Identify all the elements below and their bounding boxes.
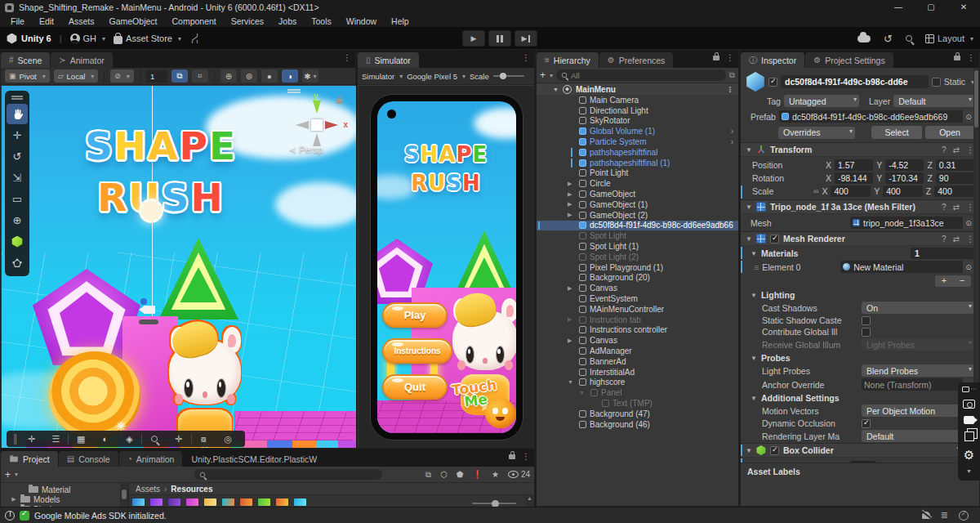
favorites-icon[interactable]: ★	[492, 470, 499, 479]
tab-animation[interactable]: ◔Animation	[119, 451, 183, 467]
maximize-button[interactable]: ▢	[915, 0, 947, 15]
tab-console[interactable]: ▤Console	[59, 451, 118, 467]
hierarchy-item[interactable]: ▼highscore	[537, 378, 738, 388]
hierarchy-item[interactable]: Spot Light	[537, 230, 738, 241]
asset-thumbnail[interactable]	[168, 498, 180, 506]
quit-game-button[interactable]: Quit	[382, 374, 448, 400]
hierarchy-item[interactable]: ▶GameObject	[537, 189, 738, 199]
close-button[interactable]: ✕	[947, 0, 980, 15]
hierarchy-item[interactable]: Directional Light	[537, 105, 738, 116]
link-scale-icon[interactable]: ∞	[813, 187, 818, 195]
move-tool[interactable]: ✛	[7, 125, 28, 145]
hierarchy-item[interactable]: SkyRotator	[537, 116, 738, 127]
lock-icon[interactable]	[336, 99, 343, 104]
static-checkbox[interactable]	[932, 78, 941, 87]
hierarchy-item[interactable]: InterstitialAd	[537, 367, 738, 378]
static-shadow-checkbox[interactable]	[862, 316, 871, 325]
materials-foldout[interactable]: Materials	[761, 248, 799, 258]
create-asset-button[interactable]: +▾	[5, 469, 18, 481]
position-y-field[interactable]: -4.52	[885, 159, 924, 171]
hierarchy-item[interactable]: EventSystem	[537, 293, 738, 304]
alert-icon[interactable]: ❗	[472, 470, 482, 479]
axis-y-cone[interactable]	[313, 101, 321, 114]
folder-item[interactable]: ▶Models	[1, 494, 120, 504]
snap-increment-field[interactable]: 1	[146, 70, 167, 83]
menu-services[interactable]: Services	[224, 15, 271, 28]
scene-row-menu-icon[interactable]: ⋮	[726, 85, 734, 94]
grid-visibility-dropdown[interactable]: ⊘▾	[110, 69, 134, 83]
phone-screen[interactable]: SHAPE RUSH	[377, 101, 516, 433]
asset-thumbnail[interactable]	[132, 498, 145, 506]
hierarchy-item[interactable]: Pixel Playground (1)	[537, 262, 738, 273]
camera-gizmo[interactable]	[139, 298, 160, 326]
remove-material-button[interactable]: −	[953, 275, 971, 287]
tree-scrollbar[interactable]	[120, 483, 128, 507]
step-button[interactable]: ▶	[514, 30, 537, 47]
account-dropdown[interactable]: GH▾	[70, 34, 106, 43]
undo-history-icon[interactable]: ↺	[884, 33, 893, 45]
menu-window[interactable]: Window	[339, 15, 384, 28]
material-object-field[interactable]: New Material⊙	[840, 261, 974, 273]
hidden-count[interactable]: 24	[508, 470, 530, 479]
open-subscene-icon[interactable]: ›	[731, 127, 733, 136]
shading-sphere-icon[interactable]: ◐	[93, 434, 118, 444]
asset-thumbnail[interactable]	[258, 498, 270, 506]
hierarchy-item[interactable]: Background (20)	[537, 273, 738, 284]
breadcrumb-assets[interactable]: Assets	[136, 485, 160, 494]
tab-preferences[interactable]: ⚙Preferences	[599, 52, 674, 68]
thumbnail-zoom-slider[interactable]	[472, 503, 516, 504]
hierarchy-item[interactable]: ▶GameObject (1)	[537, 199, 738, 210]
hierarchy-item[interactable]: Spot Light (2)	[537, 252, 738, 262]
open-subscene-icon[interactable]: ›	[731, 137, 733, 146]
grid-snap-icon[interactable]: ⧉	[172, 69, 188, 83]
asset-pane-scrollbar[interactable]: ▲▼	[525, 495, 534, 507]
cloud-icon[interactable]	[858, 35, 871, 42]
add-gameobject-button[interactable]: +▾	[540, 69, 553, 81]
open-button[interactable]: Open	[925, 126, 974, 139]
play-button[interactable]: ▶	[462, 30, 485, 47]
asset-store-dropdown[interactable]: Asset Store▾	[114, 34, 181, 44]
menu-tools[interactable]: Tools	[304, 15, 339, 28]
menu-help[interactable]: Help	[384, 15, 416, 28]
simulator-menu-icon[interactable]: ⋮	[522, 53, 530, 62]
object-name-field[interactable]: dc50f8d4-f91f-4d9c-b98c-dd6e	[781, 75, 929, 88]
tab-project[interactable]: Project	[1, 451, 58, 467]
gizmo-toggle-icon[interactable]: ⊕	[220, 69, 237, 83]
hierarchy-item[interactable]: pathshapeshiftfinal (1)	[537, 158, 738, 168]
mesh-filter-component-header[interactable]: ▼ Tripo_node_1f 3a 13ce (Mesh Filter) ?⇄…	[741, 199, 979, 214]
active-checkbox[interactable]	[768, 78, 777, 87]
breadcrumb-resources[interactable]: Resources	[171, 485, 212, 494]
snap-magnet-icon[interactable]: ⌗	[192, 69, 208, 83]
pan-overlay-icon[interactable]: ✛	[167, 434, 191, 445]
tab-project-settings[interactable]: ⚙Project Settings	[805, 52, 893, 68]
instructions-game-button[interactable]: Instructions	[382, 338, 452, 364]
probes-foldout[interactable]: Probes	[761, 353, 791, 363]
device-dropdown[interactable]: Google Pixel 5▾	[407, 72, 466, 81]
tag-dropdown[interactable]: Untagged	[784, 95, 859, 107]
asset-thumbnail[interactable]	[186, 498, 198, 506]
asset-thumbnail[interactable]	[276, 498, 288, 506]
play-game-button[interactable]: Play	[382, 302, 448, 328]
light-probes-dropdown[interactable]: Blend Probes	[862, 364, 974, 377]
asset-thumbnail[interactable]	[150, 498, 163, 506]
position-x-field[interactable]: 1.57	[835, 159, 873, 171]
hierarchy-item[interactable]: Spot Light (1)	[537, 241, 738, 252]
tab-hierarchy[interactable]: ≡Hierarchy	[537, 52, 599, 68]
grid-overlay-icon[interactable]: ▦	[69, 434, 93, 445]
search-picker-icon[interactable]: ⧉	[729, 70, 735, 80]
tasks-done-icon[interactable]	[959, 511, 969, 521]
box-collider-component-header[interactable]: ▼ Box Collider ?⇄	[741, 443, 979, 458]
prefab-object-field[interactable]: dc50f8d4-f91f-4d9c-b98c-dd6ee9adb669⊙	[779, 110, 974, 123]
hierarchy-search-input[interactable]: All	[556, 69, 726, 81]
directional-light-gizmo[interactable]	[139, 199, 163, 223]
additional-settings-foldout[interactable]: Additional Settings	[761, 393, 840, 403]
overlay-grip[interactable]: ║	[11, 434, 20, 444]
asset-thumbnails[interactable]	[132, 498, 306, 506]
hierarchy-item[interactable]: pathshapeshiftfinal	[537, 147, 738, 158]
tab-inspector[interactable]: ⓘInspector	[741, 52, 804, 68]
mini-camera-icon[interactable]: ⋯	[962, 386, 977, 392]
asset-labels-section[interactable]: Asset Labels	[741, 463, 979, 479]
dynamic-occlusion-checkbox[interactable]	[862, 419, 871, 428]
object-picker-icon[interactable]: ⊙	[963, 110, 974, 123]
scene-menu-icon[interactable]: ⋮	[343, 53, 351, 62]
